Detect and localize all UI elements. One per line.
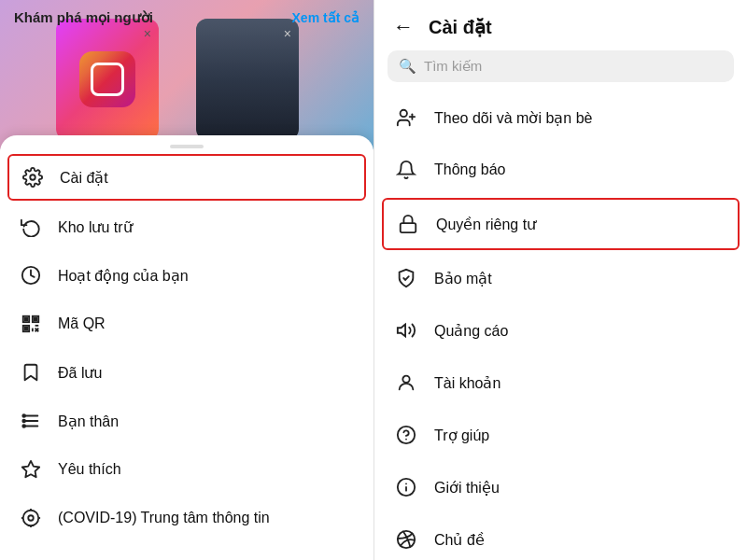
security-settings-label: Bảo mật [434, 270, 492, 287]
svg-rect-6 [35, 318, 37, 321]
ads-settings-icon [393, 317, 419, 343]
background-area: × × Khám phá mọi người Xem tất cả [0, 0, 374, 149]
svg-marker-30 [398, 325, 405, 337]
qr-label: Mã QR [58, 315, 106, 332]
settings-label: Cài đặt [60, 169, 108, 187]
menu-item-favorites[interactable]: Yêu thích [0, 445, 374, 494]
favorites-icon [19, 457, 43, 482]
settings-item-privacy[interactable]: Quyền riêng tư [382, 198, 740, 250]
discover-link[interactable]: Xem tất cả [292, 10, 359, 25]
activity-label: Hoạt động của bạn [58, 267, 189, 285]
search-placeholder: Tìm kiếm [424, 58, 482, 75]
left-panel: × × Khám phá mọi người Xem tất cả Cài đặ… [0, 0, 374, 560]
notifications-settings-label: Thông báo [434, 161, 506, 178]
svg-point-21 [28, 515, 34, 521]
close-friends-icon [19, 409, 43, 433]
profile-card: × [196, 19, 299, 140]
menu-item-settings[interactable]: Cài đặt [7, 154, 366, 201]
svg-point-16 [22, 414, 25, 417]
instagram-logo-icon [79, 51, 135, 107]
notifications-settings-icon [393, 157, 419, 183]
svg-rect-7 [25, 328, 28, 330]
back-button[interactable]: ← [393, 15, 414, 39]
discover-header: Khám phá mọi người Xem tất cả [0, 0, 374, 35]
menu-item-archive[interactable]: Kho lưu trữ [0, 203, 374, 251]
privacy-settings-icon [395, 211, 421, 237]
svg-rect-29 [401, 223, 416, 232]
close-friends-label: Bạn thân [58, 413, 119, 430]
settings-title: Cài đặt [429, 16, 492, 38]
saved-label: Đã lưu [58, 364, 102, 382]
left-menu: Cài đặt Kho lưu trữ Hoạt động của bạn Mã… [0, 154, 374, 542]
menu-item-qr[interactable]: Mã QR [0, 300, 374, 348]
help-settings-icon [393, 422, 419, 448]
covid-icon [19, 506, 43, 530]
menu-item-saved[interactable]: Đã lưu [0, 348, 374, 397]
account-settings-icon [393, 370, 419, 396]
settings-list: Theo dõi và mời bạn bè Thông báo Quyền r… [374, 91, 747, 560]
settings-item-follow[interactable]: Theo dõi và mời bạn bè [374, 91, 747, 144]
favorites-label: Yêu thích [58, 461, 121, 478]
archive-label: Kho lưu trữ [58, 218, 133, 236]
qr-icon [19, 312, 43, 336]
svg-point-18 [22, 425, 25, 427]
svg-rect-5 [25, 318, 28, 321]
theme-settings-label: Chủ đề [434, 531, 485, 549]
ads-settings-label: Quảng cáo [434, 322, 508, 340]
menu-item-close-friends[interactable]: Bạn thân [0, 397, 374, 445]
svg-point-17 [22, 420, 25, 423]
discover-title: Khám phá mọi người [14, 9, 153, 26]
settings-icon [21, 165, 45, 189]
menu-item-activity[interactable]: Hoạt động của bạn [0, 251, 374, 300]
settings-item-about[interactable]: Giới thiệu [374, 461, 747, 513]
about-settings-icon [393, 474, 419, 500]
settings-item-help[interactable]: Trợ giúp [374, 409, 747, 461]
help-settings-label: Trợ giúp [434, 427, 489, 444]
settings-item-security[interactable]: Bảo mật [374, 252, 747, 304]
search-bar[interactable]: 🔍 Tìm kiếm [388, 50, 734, 82]
covid-label: (COVID-19) Trung tâm thông tin [58, 510, 270, 526]
svg-point-26 [401, 110, 407, 117]
security-settings-icon [393, 265, 419, 291]
settings-item-ads[interactable]: Quảng cáo [374, 304, 747, 357]
search-icon: 🔍 [399, 58, 416, 75]
svg-point-20 [23, 511, 39, 526]
settings-header: ← Cài đặt [374, 0, 747, 50]
follow-settings-label: Theo dõi và mời bạn bè [434, 109, 592, 127]
settings-item-account[interactable]: Tài khoản [374, 357, 747, 409]
account-settings-label: Tài khoản [434, 374, 500, 392]
archive-icon [19, 215, 43, 239]
activity-icon [19, 263, 43, 287]
about-settings-label: Giới thiệu [434, 479, 500, 497]
privacy-settings-label: Quyền riêng tư [436, 216, 536, 233]
settings-item-theme[interactable]: Chủ đề [374, 513, 747, 560]
sheet-handle [170, 145, 204, 148]
svg-point-0 [30, 175, 35, 180]
svg-marker-19 [22, 461, 39, 477]
bottom-sheet: Cài đặt Kho lưu trữ Hoạt động của bạn Mã… [0, 135, 374, 560]
follow-settings-icon [393, 105, 419, 131]
theme-settings-icon [393, 526, 419, 553]
svg-point-31 [402, 376, 409, 383]
instagram-card: × [56, 19, 159, 140]
right-panel: ← Cài đặt 🔍 Tìm kiếm Theo dõi và mời bạn… [374, 0, 747, 560]
settings-item-notifications[interactable]: Thông báo [374, 144, 747, 196]
saved-icon [19, 360, 43, 385]
menu-item-covid[interactable]: (COVID-19) Trung tâm thông tin [0, 494, 374, 542]
